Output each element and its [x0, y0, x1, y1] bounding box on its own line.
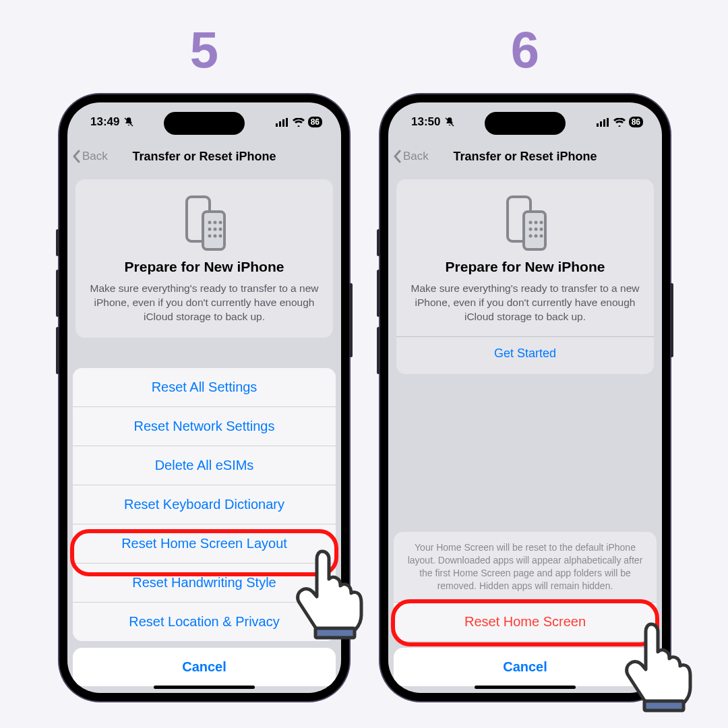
svg-point-15	[219, 235, 222, 238]
dynamic-island	[164, 112, 245, 135]
svg-point-30	[535, 235, 538, 238]
transfer-devices-icon	[498, 193, 552, 253]
confirm-action-sheet: Your Home Screen will be reset to the de…	[388, 532, 662, 693]
svg-point-10	[208, 228, 212, 231]
wifi-icon	[613, 118, 626, 127]
svg-rect-1	[276, 123, 278, 127]
svg-point-23	[529, 221, 533, 224]
dynamic-island	[485, 112, 566, 135]
battery-indicator: 86	[308, 117, 322, 127]
phone-mockup-step6: 13:50 86 Back Transfer or Reset iPhone	[380, 94, 670, 701]
prepare-heading: Prepare for New iPhone	[408, 259, 642, 275]
svg-rect-2	[279, 121, 281, 127]
reset-action-sheet: Reset All Settings Reset Network Setting…	[67, 368, 341, 693]
silent-bell-icon	[123, 117, 134, 127]
svg-rect-20	[607, 118, 609, 127]
reset-keyboard-dictionary[interactable]: Reset Keyboard Dictionary	[73, 485, 336, 524]
reset-home-screen-confirm[interactable]: Reset Home Screen	[394, 602, 657, 641]
svg-point-25	[540, 221, 543, 224]
prepare-body: Make sure everything's ready to transfer…	[408, 282, 642, 324]
svg-point-13	[208, 235, 212, 238]
reset-all-settings[interactable]: Reset All Settings	[73, 368, 336, 406]
silent-bell-icon	[444, 117, 455, 127]
cancel-button[interactable]: Cancel	[73, 648, 336, 686]
confirm-message: Your Home Screen will be reset to the de…	[394, 532, 657, 602]
wifi-icon	[293, 118, 305, 127]
svg-point-31	[540, 235, 543, 238]
svg-rect-4	[286, 118, 288, 127]
cellular-icon	[276, 118, 289, 127]
svg-rect-17	[597, 123, 599, 127]
transfer-devices-icon	[177, 193, 231, 253]
svg-point-27	[535, 228, 538, 231]
svg-point-9	[219, 221, 222, 224]
svg-point-14	[214, 235, 217, 238]
reset-network-settings[interactable]: Reset Network Settings	[73, 406, 336, 446]
cancel-button[interactable]: Cancel	[394, 648, 657, 686]
home-indicator	[154, 686, 255, 689]
delete-all-esims[interactable]: Delete All eSIMs	[73, 446, 336, 485]
svg-point-11	[214, 228, 217, 231]
phone-mockup-step5: 13:49 86 Back Transfer or Reset iPhone	[59, 94, 349, 701]
get-started-button[interactable]: Get Started	[408, 337, 642, 361]
nav-bar: Back Transfer or Reset iPhone	[67, 142, 341, 171]
svg-point-8	[214, 221, 217, 224]
reset-location-privacy[interactable]: Reset Location & Privacy	[73, 602, 336, 641]
svg-point-26	[529, 228, 533, 231]
svg-rect-19	[603, 119, 605, 127]
status-time: 13:49	[90, 115, 119, 129]
svg-point-12	[219, 228, 222, 231]
nav-bar: Back Transfer or Reset iPhone	[388, 142, 662, 171]
reset-handwriting-style[interactable]: Reset Handwriting Style	[73, 563, 336, 602]
svg-point-24	[535, 221, 538, 224]
page-title: Transfer or Reset iPhone	[388, 150, 662, 164]
prepare-heading: Prepare for New iPhone	[88, 259, 321, 275]
status-time: 13:50	[411, 115, 440, 129]
svg-rect-3	[282, 119, 284, 127]
prepare-card: Prepare for New iPhone Make sure everyth…	[75, 179, 333, 338]
svg-point-7	[208, 221, 212, 224]
prepare-card: Prepare for New iPhone Make sure everyth…	[396, 179, 654, 374]
battery-indicator: 86	[629, 117, 643, 127]
step-number-5: 5	[59, 20, 349, 79]
svg-point-28	[540, 228, 543, 231]
page-title: Transfer or Reset iPhone	[67, 150, 341, 164]
home-indicator	[475, 686, 576, 689]
svg-rect-18	[600, 121, 602, 127]
reset-home-screen-layout[interactable]: Reset Home Screen Layout	[73, 524, 336, 563]
prepare-body: Make sure everything's ready to transfer…	[88, 282, 321, 324]
step-number-6: 6	[380, 20, 670, 79]
cellular-icon	[597, 118, 610, 127]
svg-point-29	[529, 235, 533, 238]
svg-rect-33	[644, 701, 684, 710]
